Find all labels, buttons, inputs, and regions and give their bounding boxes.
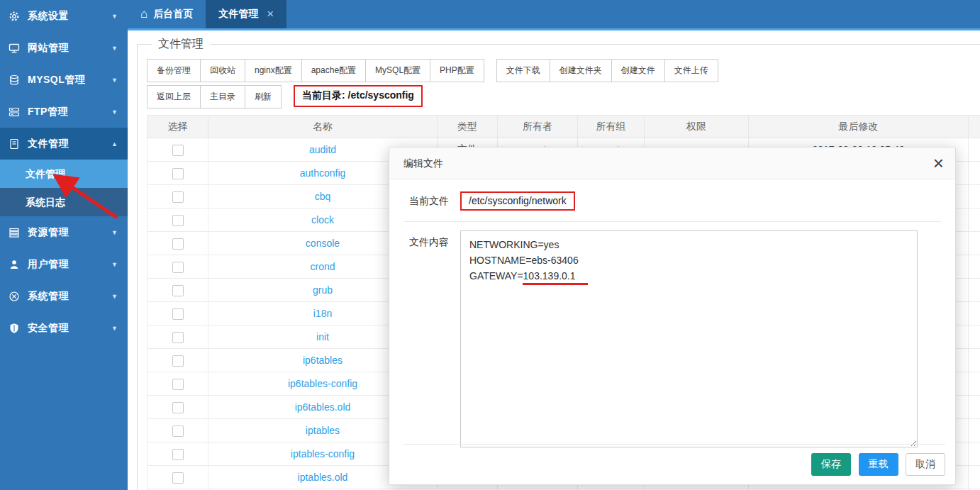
file-link[interactable]: i18n bbox=[313, 308, 332, 319]
page-title: 文件管理 bbox=[152, 37, 210, 52]
mysql-config-button[interactable]: MySQL配置 bbox=[365, 59, 430, 82]
current-directory-label: 当前目录: /etc/sysconfig bbox=[294, 85, 423, 107]
row-checkbox[interactable] bbox=[172, 145, 184, 156]
sidebar: 系统设置 ▼ 网站管理 ▼ MYSQL管理 ▼ FTP管理 ▼ bbox=[0, 0, 128, 490]
file-link[interactable]: iptables bbox=[306, 425, 340, 436]
cell-extra bbox=[969, 138, 980, 162]
go-up-button[interactable]: 返回上层 bbox=[147, 85, 201, 108]
toolbar-row-1: 备份管理 回收站 nginx配置 apache配置 MySQL配置 PHP配置 … bbox=[147, 59, 980, 82]
file-link[interactable]: authconfig bbox=[300, 167, 346, 179]
file-content-wrapper: NETWORKING=yes HOSTNAME=ebs-63406 GATEWA… bbox=[460, 230, 918, 450]
sidebar-item-file-management[interactable]: 文件管理 ▲ bbox=[0, 128, 128, 160]
file-link[interactable]: ip6tables.old bbox=[295, 401, 351, 413]
row-checkbox[interactable] bbox=[172, 472, 184, 484]
sidebar-item-system-management[interactable]: 系统管理 ▼ bbox=[0, 280, 128, 312]
column-header-perm: 权限 bbox=[645, 116, 749, 138]
chevron-down-icon: ▼ bbox=[111, 229, 118, 236]
row-checkbox[interactable] bbox=[172, 215, 184, 226]
chevron-down-icon: ▼ bbox=[111, 108, 118, 116]
cell-extra bbox=[969, 349, 980, 372]
file-link[interactable]: console bbox=[306, 238, 340, 249]
current-file-label: 当前文件 bbox=[409, 195, 460, 208]
refresh-button[interactable]: 刷新 bbox=[245, 85, 282, 108]
row-checkbox[interactable] bbox=[172, 402, 184, 413]
sidebar-item-website[interactable]: 网站管理 ▼ bbox=[0, 32, 128, 64]
sidebar-item-label: 用户管理 bbox=[28, 258, 111, 271]
cell-extra bbox=[969, 466, 980, 489]
row-checkbox[interactable] bbox=[172, 168, 184, 179]
row-checkbox[interactable] bbox=[172, 425, 184, 437]
column-header-select: 选择 bbox=[147, 116, 208, 138]
file-link[interactable]: clock bbox=[311, 214, 334, 225]
column-header-extra bbox=[969, 116, 980, 138]
file-link[interactable]: grub bbox=[313, 284, 333, 296]
sidebar-item-label: 资源管理 bbox=[28, 226, 111, 239]
tab-close-icon[interactable]: × bbox=[267, 7, 274, 21]
file-link[interactable]: ip6tables-config bbox=[288, 378, 357, 389]
create-file-button[interactable]: 创建文件 bbox=[611, 59, 665, 82]
sidebar-subitem-label: 系统日志 bbox=[26, 196, 65, 208]
create-folder-button[interactable]: 创建文件夹 bbox=[550, 59, 612, 82]
apache-config-button[interactable]: apache配置 bbox=[301, 59, 366, 82]
row-checkbox[interactable] bbox=[172, 191, 184, 203]
cell-extra bbox=[969, 208, 980, 232]
tab-file-management[interactable]: 文件管理 × bbox=[206, 0, 286, 28]
file-link[interactable]: iptables-config bbox=[291, 448, 355, 460]
row-checkbox[interactable] bbox=[172, 332, 184, 343]
column-header-name: 名称 bbox=[208, 116, 438, 138]
file-upload-button[interactable]: 文件上传 bbox=[664, 59, 718, 82]
app-window: 系统设置 ▼ 网站管理 ▼ MYSQL管理 ▼ FTP管理 ▼ bbox=[0, 0, 980, 490]
edit-file-dialog: 编辑文件 × 当前文件 /etc/sysconfig/network 文件内容 … bbox=[389, 147, 956, 485]
sidebar-item-label: FTP管理 bbox=[28, 106, 111, 118]
nginx-config-button[interactable]: nginx配置 bbox=[245, 59, 302, 82]
file-link[interactable]: iptables.old bbox=[298, 472, 348, 483]
file-download-button[interactable]: 文件下载 bbox=[496, 59, 550, 82]
column-header-owner: 所有者 bbox=[498, 116, 578, 138]
save-button[interactable]: 保存 bbox=[811, 453, 851, 476]
row-checkbox[interactable] bbox=[172, 262, 184, 273]
close-icon[interactable]: × bbox=[933, 152, 944, 174]
sidebar-subitem-file-management[interactable]: 文件管理 bbox=[0, 160, 128, 188]
reload-button[interactable]: 重载 bbox=[859, 453, 898, 476]
home-directory-button[interactable]: 主目录 bbox=[200, 85, 245, 108]
row-checkbox[interactable] bbox=[172, 355, 184, 367]
file-link[interactable]: ip6tables bbox=[303, 355, 343, 366]
row-checkbox[interactable] bbox=[172, 285, 184, 296]
cancel-button[interactable]: 取消 bbox=[906, 453, 945, 476]
sidebar-item-mysql[interactable]: MYSQL管理 ▼ bbox=[0, 64, 128, 96]
column-header-group: 所有组 bbox=[578, 116, 645, 138]
user-icon bbox=[9, 259, 20, 270]
shield-icon bbox=[9, 323, 20, 334]
file-content-textarea[interactable]: NETWORKING=yes HOSTNAME=ebs-63406 GATEWA… bbox=[460, 230, 918, 447]
chevron-down-icon: ▼ bbox=[111, 77, 118, 84]
file-content-label: 文件内容 bbox=[409, 230, 460, 249]
chevron-down-icon: ▼ bbox=[111, 45, 118, 52]
php-config-button[interactable]: PHP配置 bbox=[430, 59, 484, 82]
file-link[interactable]: init bbox=[316, 331, 329, 343]
tab-label: 后台首页 bbox=[153, 8, 193, 21]
sidebar-item-ftp[interactable]: FTP管理 ▼ bbox=[0, 96, 128, 128]
cell-extra bbox=[969, 279, 980, 302]
sidebar-item-users[interactable]: 用户管理 ▼ bbox=[0, 248, 128, 280]
sidebar-item-resource[interactable]: 资源管理 ▼ bbox=[0, 216, 128, 248]
backup-management-button[interactable]: 备份管理 bbox=[147, 59, 201, 82]
recycle-bin-button[interactable]: 回收站 bbox=[200, 59, 245, 82]
cell-extra bbox=[969, 255, 980, 279]
tab-dashboard-home[interactable]: ⌂ 后台首页 bbox=[128, 0, 206, 28]
row-checkbox[interactable] bbox=[172, 308, 184, 320]
toolbar-row-2: 返回上层 主目录 刷新 当前目录: /etc/sysconfig bbox=[147, 85, 980, 108]
file-link[interactable]: auditd bbox=[309, 144, 336, 155]
sidebar-item-security[interactable]: 安全管理 ▼ bbox=[0, 312, 128, 344]
sidebar-subitem-system-log[interactable]: 系统日志 bbox=[0, 188, 128, 216]
system-gear-icon bbox=[9, 291, 20, 302]
file-link[interactable]: crond bbox=[310, 261, 335, 272]
config-button-group: 备份管理 回收站 nginx配置 apache配置 MySQL配置 PHP配置 bbox=[147, 59, 484, 82]
file-link[interactable]: cbq bbox=[315, 191, 331, 202]
row-checkbox[interactable] bbox=[172, 379, 184, 390]
cell-extra bbox=[969, 232, 980, 255]
chevron-down-icon: ▼ bbox=[111, 325, 118, 332]
row-checkbox[interactable] bbox=[172, 238, 184, 250]
row-checkbox[interactable] bbox=[172, 449, 184, 460]
sidebar-item-system-settings[interactable]: 系统设置 ▼ bbox=[0, 0, 128, 32]
chevron-down-icon: ▼ bbox=[111, 293, 118, 300]
